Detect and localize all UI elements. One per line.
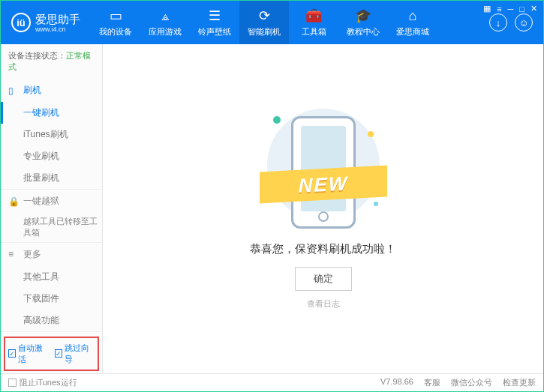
sidebar-section-flash[interactable]: ▯ 刷机 xyxy=(1,79,102,102)
sidebar-item-advanced[interactable]: 高级功能 xyxy=(23,310,102,331)
media-icon: ☰ xyxy=(209,7,221,24)
logo-block: iü 爱思助手 www.i4.cn xyxy=(1,13,91,33)
sidebar-section-more[interactable]: ≡ 更多 xyxy=(1,243,102,266)
main-content: NEW 恭喜您，保资料刷机成功啦！ 确定 查看日志 xyxy=(103,44,543,373)
sidebar: 设备连接状态：正常模式 ▯ 刷机 一键刷机 iTunes刷机 专业刷机 批量刷机… xyxy=(1,44,103,373)
nav-smart-flash[interactable]: ⟳智能刷机 xyxy=(239,1,289,44)
footer-wechat[interactable]: 微信公众号 xyxy=(451,377,492,388)
flash-options-highlight: ✓自动激活 ✓跳过向导 xyxy=(4,337,99,371)
sidebar-item-oneclick-flash[interactable]: 一键刷机 xyxy=(23,102,102,124)
sidebar-item-other-tools[interactable]: 其他工具 xyxy=(23,266,102,288)
header-right: ↓ ☺ xyxy=(489,13,543,31)
user-icon: ☺ xyxy=(518,17,528,28)
checkbox-icon xyxy=(8,379,17,387)
footer-update[interactable]: 检查更新 xyxy=(503,377,536,388)
nav-ringtone-wallpaper[interactable]: ☰铃声壁纸 xyxy=(190,1,239,44)
app-header: iü 爱思助手 www.i4.cn ▭我的设备 ⟁应用游戏 ☰铃声壁纸 ⟳智能刷… xyxy=(1,1,543,44)
footer-service[interactable]: 客服 xyxy=(424,377,440,388)
jailbreak-moved-msg: 越狱工具已转移至工具箱 xyxy=(1,213,102,242)
close-button[interactable]: ✕ xyxy=(530,4,537,13)
lock-icon: 🔒 xyxy=(8,196,19,207)
window-controls: ▦ ≡ ─ □ ✕ xyxy=(483,4,537,13)
refresh-icon: ⟳ xyxy=(259,7,270,24)
app-logo-icon: iü xyxy=(11,13,31,32)
checkbox-block-itunes[interactable]: 阻止iTunes运行 xyxy=(8,377,77,388)
checkbox-auto-activate[interactable]: ✓自动激活 xyxy=(8,343,49,365)
tutorial-icon: 🎓 xyxy=(355,7,371,24)
sidebar-section-jailbreak[interactable]: 🔒 一键越狱 xyxy=(1,190,102,213)
new-ribbon: NEW xyxy=(260,165,387,203)
nav-store[interactable]: ⌂爱思商城 xyxy=(388,1,437,44)
check-icon: ✓ xyxy=(8,349,16,358)
nav-my-device[interactable]: ▭我的设备 xyxy=(91,1,140,44)
check-icon: ✓ xyxy=(55,349,62,358)
minimize-button[interactable]: ─ xyxy=(508,4,514,13)
main-nav: ▭我的设备 ⟁应用游戏 ☰铃声壁纸 ⟳智能刷机 🧰工具箱 🎓教程中心 ⌂爱思商城 xyxy=(91,1,489,44)
apps-icon: ⟁ xyxy=(161,8,170,24)
download-icon: ↓ xyxy=(496,17,501,28)
download-button[interactable]: ↓ xyxy=(489,13,507,31)
phone-icon: ▯ xyxy=(8,85,19,96)
version-label: V7.98.66 xyxy=(380,377,413,388)
ok-button[interactable]: 确定 xyxy=(295,267,352,291)
store-icon: ⌂ xyxy=(409,8,417,24)
sidebar-item-pro-flash[interactable]: 专业刷机 xyxy=(23,145,102,167)
checkbox-skip-guide[interactable]: ✓跳过向导 xyxy=(55,343,95,365)
sidebar-item-itunes-flash[interactable]: iTunes刷机 xyxy=(23,124,102,145)
success-message: 恭喜您，保资料刷机成功啦！ xyxy=(250,242,396,256)
menu-icon[interactable]: ≡ xyxy=(497,4,501,13)
app-url: www.i4.cn xyxy=(35,25,80,33)
grid-icon[interactable]: ▦ xyxy=(483,4,491,13)
user-button[interactable]: ☺ xyxy=(515,13,533,31)
toolbox-icon: 🧰 xyxy=(305,7,322,24)
sidebar-item-download-firmware[interactable]: 下载固件 xyxy=(23,288,102,310)
success-illustration: NEW xyxy=(267,109,380,229)
sidebar-item-batch-flash[interactable]: 批量刷机 xyxy=(23,167,102,189)
nav-toolbox[interactable]: 🧰工具箱 xyxy=(289,1,338,44)
nav-apps-games[interactable]: ⟁应用游戏 xyxy=(140,1,190,44)
view-log-link[interactable]: 查看日志 xyxy=(307,298,340,310)
footer: 阻止iTunes运行 V7.98.66 客服 微信公众号 检查更新 xyxy=(1,373,543,391)
phone-icon: ▭ xyxy=(110,7,122,24)
maximize-button[interactable]: □ xyxy=(519,4,524,13)
nav-tutorial[interactable]: 🎓教程中心 xyxy=(338,1,388,44)
more-icon: ≡ xyxy=(8,249,19,259)
connection-status: 设备连接状态：正常模式 xyxy=(1,44,102,79)
